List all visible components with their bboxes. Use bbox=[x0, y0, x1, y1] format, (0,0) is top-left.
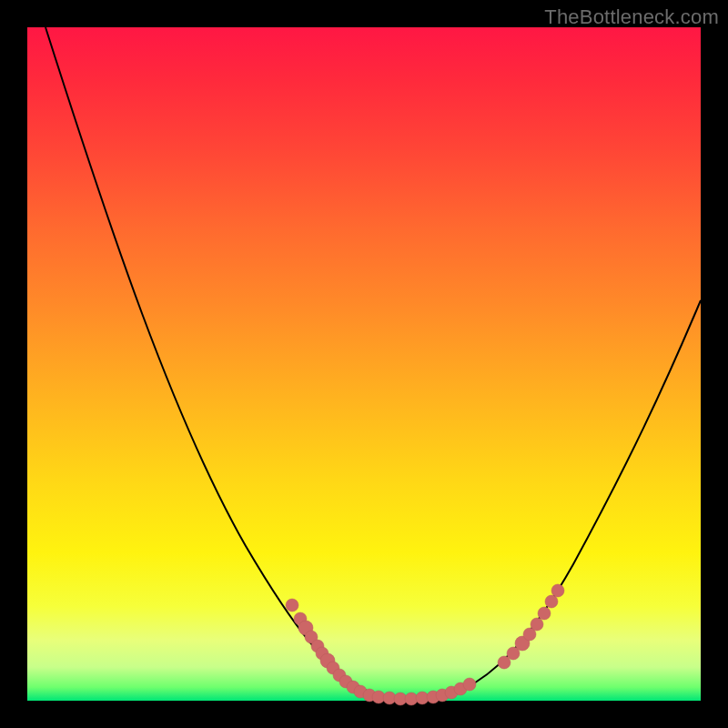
data-dot bbox=[545, 595, 558, 608]
data-dot bbox=[538, 607, 551, 620]
bottleneck-curve bbox=[46, 27, 701, 700]
chart-frame: TheBottleneck.com bbox=[0, 0, 728, 728]
watermark-text: TheBottleneck.com bbox=[544, 5, 719, 29]
data-dot bbox=[531, 618, 543, 631]
plot-area bbox=[27, 27, 701, 701]
curve-layer bbox=[27, 27, 701, 701]
data-dot bbox=[463, 678, 476, 691]
data-dot bbox=[286, 599, 298, 612]
data-dot bbox=[551, 584, 564, 597]
data-dots bbox=[286, 584, 564, 705]
